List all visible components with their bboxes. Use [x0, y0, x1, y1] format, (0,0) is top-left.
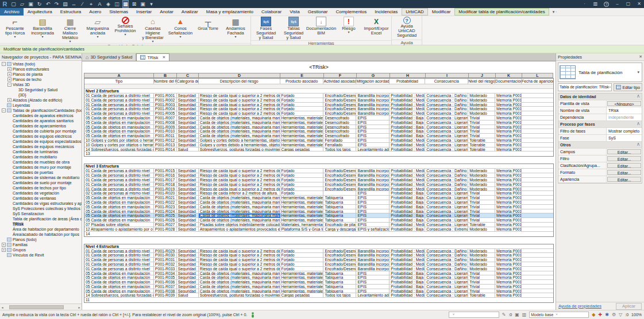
schedule-cell[interactable]: Barandilla incorporada [356, 111, 390, 116]
schedule-cell[interactable]: Barandilla incorporada [356, 182, 390, 187]
schedule-cell[interactable]: Moderado [468, 98, 495, 103]
chevron-down-icon[interactable]: ▾ [14, 36, 16, 38]
schedule-cell[interactable]: Consecuencia : Dañino [425, 253, 468, 258]
schedule-cell[interactable]: 05 Caída de objetos en manipulación [84, 116, 154, 120]
schedule-cell[interactable]: Cargas pesadas [280, 293, 324, 298]
schedule-cell[interactable]: Memoria P001.p [495, 191, 522, 196]
schedule-cell[interactable]: 01 Caída de personas a distinto nivel [84, 173, 154, 178]
schedule-cell[interactable]: Forjado [280, 249, 324, 254]
schedule-cell[interactable]: Seguridad [177, 285, 199, 289]
schedule-cell[interactable]: P001-R038 [154, 289, 177, 294]
schedule-cell[interactable]: 01 Caída de personas a distinto nivel [84, 98, 154, 103]
schedule-cell[interactable]: EPIS [356, 196, 390, 200]
column-letter[interactable]: H [390, 73, 425, 78]
schedule-cell[interactable]: 14 Sobreesfuerzos, posturas forzadas o m… [84, 147, 154, 152]
schedule-cell[interactable]: Barandilla incorporada [356, 94, 390, 98]
property-value-button[interactable]: <Ninguno> [607, 101, 641, 106]
ribbon-tab[interactable]: Masa y emplazamiento [202, 8, 257, 15]
schedule-cell[interactable]: Probabilidad : Media [390, 173, 425, 178]
schedule-cell[interactable]: Memoria P001.p [495, 134, 522, 138]
schedule-cell[interactable]: Probabilidad : Media [390, 94, 425, 98]
schedule-cell[interactable]: 05 Caída de objetos en manipulación [84, 209, 154, 214]
column-letter[interactable]: F [323, 73, 356, 78]
schedule-cell[interactable]: Probabilidad : Baja [390, 289, 425, 294]
apply-button[interactable]: Aplicar [616, 303, 642, 310]
schedule-cell[interactable]: P001-R025 [154, 213, 177, 218]
schedule-cell[interactable]: Encofrado/Desenc [323, 178, 356, 182]
schedule-cell[interactable] [522, 138, 553, 143]
schedule-cell[interactable]: 05 Caída de objetos en manipulación [84, 285, 154, 289]
schedule-cell[interactable]: Desencofrado [323, 125, 356, 130]
schedule-cell[interactable]: Trivial [468, 205, 495, 209]
schedule-cell[interactable]: P001-R029 [154, 249, 177, 254]
undo-icon[interactable]: ↶ [45, 1, 51, 7]
schedule-cell[interactable]: Tabiquería [323, 196, 356, 200]
tree-item[interactable]: SyS Senalizacion [0, 211, 82, 216]
customize-qat-icon[interactable]: ▾ [149, 1, 154, 7]
tree-item[interactable]: Cantidades de muro por montaje [0, 165, 82, 170]
schedule-cell[interactable]: Consecuencia : Ligeramente [425, 138, 468, 143]
schedule-cell[interactable]: Barandilla incorporada [356, 267, 390, 271]
schedule-cell[interactable]: EPIS [356, 205, 390, 209]
tree-item[interactable]: +Planos de techo [0, 77, 82, 82]
schedule-cell[interactable]: Caída de objetos (materiales, maquinaria… [199, 134, 280, 138]
tree-item[interactable]: Cantidades de equipos mecánicos [0, 144, 82, 149]
column-letter[interactable]: J [468, 73, 495, 78]
tree-item[interactable]: Cantidades de equipos especializados [0, 139, 82, 144]
schedule-cell[interactable]: Tabiquería [323, 209, 356, 214]
ribbon-tab[interactable]: Insertar [132, 8, 156, 15]
schedule-cell[interactable]: Seguridad [177, 218, 199, 223]
schedule-cell[interactable]: P001-R015 [154, 169, 177, 173]
schedule-cell[interactable]: Memoria P001.p [495, 280, 522, 285]
schedule-cell[interactable] [522, 209, 553, 214]
schedule-cell[interactable]: Golpes y cortes debido a herramientas, o… [199, 138, 280, 143]
schedule-cell[interactable]: Herramientas, materiales, [280, 134, 324, 138]
column-letter[interactable]: D [198, 73, 280, 78]
browser-horizontal-scrollbar[interactable]: ◂ ▸ [0, 304, 82, 310]
schedule-cell[interactable]: P001-R028 [154, 227, 177, 232]
schedule-cell[interactable]: Consecuencia : Dañino [425, 249, 468, 254]
schedule-cell[interactable] [522, 178, 553, 182]
schedule-cell[interactable]: Probabilidad : Baja [390, 213, 425, 218]
schedule-cell[interactable]: Moderado [468, 94, 495, 98]
ribbon-tab[interactable]: Complementos [331, 8, 371, 15]
tree-item[interactable]: Planos (todo) [0, 237, 82, 242]
schedule-cell[interactable]: Trivial [468, 125, 495, 130]
schedule-cell[interactable]: Memoria P001.p [495, 94, 522, 98]
schedule-cell[interactable]: Consecuencia : Dañino [425, 182, 468, 187]
scroll-right-icon[interactable]: ▸ [77, 305, 82, 309]
schedule-cell[interactable]: Atrapamientos o aplastamientos provocado… [199, 227, 280, 232]
collapse-section-icon[interactable]: ᐱ [635, 142, 642, 148]
schedule-cell[interactable] [522, 213, 553, 218]
schedule-cell[interactable]: Seguridad [177, 253, 199, 258]
schedule-cell[interactable]: P001-R007 [154, 116, 177, 120]
expand-icon[interactable]: + [7, 98, 11, 102]
minimize-icon[interactable]: – [615, 1, 620, 7]
section-count-row[interactable]: 13 [84, 151, 553, 156]
schedule-cell[interactable]: EPIS [356, 138, 390, 143]
schedule-cell[interactable]: 10 Golpes y cortes por objetos o herrami… [84, 138, 154, 143]
schedule-cell[interactable]: P001-R024 [154, 209, 177, 214]
section-icon[interactable]: ◫ [114, 1, 119, 7]
schedule-cell[interactable]: Moderado [468, 267, 495, 271]
tree-item[interactable]: Cantidades de ventanas [0, 196, 82, 201]
schedule-cell[interactable]: Consecuencia : Ligeramente [425, 271, 468, 276]
press-drag-icon[interactable]: ✱ [605, 312, 609, 317]
schedule-cell[interactable]: Barandilla incorporada [356, 249, 390, 254]
schedule-cell[interactable]: 05 Caída de objetos en manipulación [84, 275, 154, 280]
edit-type-button[interactable]: Editar tipo [614, 83, 642, 91]
schedule-cell[interactable]: Consecuencia : Ligeramente [425, 143, 468, 147]
schedule-cell[interactable]: Tabiquería [323, 280, 356, 285]
schedule-cell[interactable]: EPIS y señalización [356, 227, 390, 232]
schedule-cell[interactable]: EPIS [356, 280, 390, 285]
schedule-cell[interactable]: Seguridad [177, 267, 199, 271]
tree-item[interactable]: Cantidades de aparatos sanitarios [0, 118, 82, 123]
schedule-cell[interactable]: Probabilidad : Baja [390, 205, 425, 209]
ribbon-tab[interactable]: UrbiCAD [402, 8, 428, 15]
schedule-cell[interactable]: Seguridad [177, 138, 199, 143]
tree-item[interactable]: Cantidades de equipos eléctricos [0, 134, 82, 139]
schedule-cell[interactable] [522, 227, 553, 232]
schedule-cell[interactable]: Herramientas, materiales, [280, 138, 324, 143]
schedule-cell[interactable]: Barandilla incorporada [356, 107, 390, 111]
schedule-cell[interactable]: 01 Caída de personas a distinto nivel [84, 182, 154, 187]
